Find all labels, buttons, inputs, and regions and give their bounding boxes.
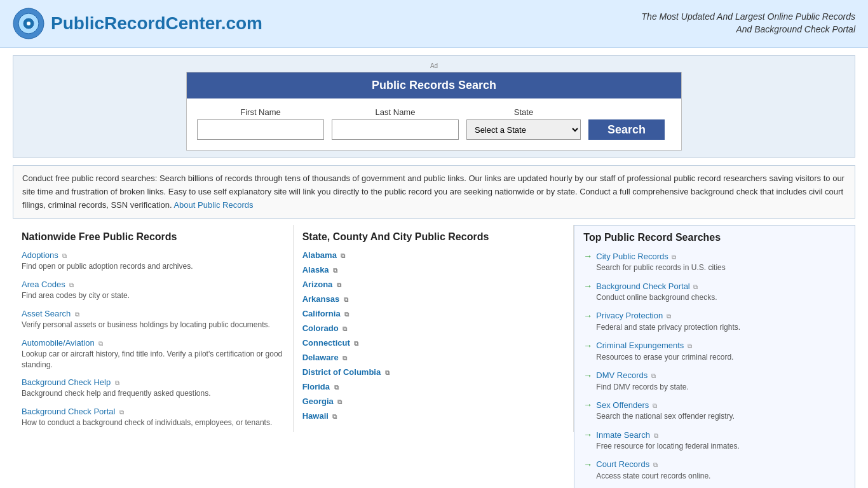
top-item-header: → City Public Records ⧉: [583, 251, 846, 261]
first-name-group: First Name: [197, 107, 324, 140]
first-name-input[interactable]: [197, 119, 324, 140]
list-item: Asset Search ⧉Verify personal assets or …: [22, 309, 284, 330]
search-box-title: Public Records Search: [187, 72, 681, 98]
external-icon: ⧉: [98, 340, 103, 347]
external-icon: ⧉: [342, 355, 347, 362]
list-item: Alaska ⧉: [302, 265, 565, 274]
state-link[interactable]: Alaska ⧉: [302, 265, 338, 274]
top-item-header: → Sex Offenders ⧉: [583, 400, 846, 410]
arrow-icon: →: [583, 400, 592, 410]
arrow-icon: →: [583, 370, 592, 381]
state-link[interactable]: Connecticut ⧉: [302, 338, 359, 348]
state-link[interactable]: District of Columbia ⧉: [302, 367, 390, 377]
description-text: Conduct free public record searches: Sea…: [22, 173, 844, 210]
list-item: Georgia ⧉: [302, 396, 565, 406]
item-desc: Conduct online background checks.: [596, 292, 846, 303]
list-item: → City Public Records ⧉ Search for publi…: [583, 251, 846, 273]
search-button[interactable]: Search: [588, 119, 665, 140]
svg-point-3: [27, 22, 31, 25]
external-icon: ⧉: [75, 311, 79, 318]
header: PublicRecordCenter.com The Most Updated …: [0, 0, 868, 48]
item-desc: How to conduct a background check of ind…: [22, 417, 284, 428]
state-group: State Select a StateAlabamaAlaskaArizona…: [466, 107, 581, 140]
arrow-icon: →: [583, 311, 592, 321]
external-icon: ⧉: [334, 384, 339, 391]
top-item-header: → Inmate Search ⧉: [583, 430, 846, 440]
state-link[interactable]: Georgia ⧉: [302, 396, 342, 406]
list-item: Delaware ⧉: [302, 353, 565, 362]
arrow-icon: →: [583, 341, 592, 351]
item-desc: Search the national sex offender registr…: [596, 411, 846, 422]
list-item: Connecticut ⧉: [302, 338, 565, 348]
external-icon: ⧉: [653, 461, 658, 468]
logo-icon: [13, 8, 44, 39]
state-link[interactable]: Hawaii ⧉: [302, 411, 337, 421]
item-desc: Access state court records online.: [596, 471, 846, 482]
state-link[interactable]: California ⧉: [302, 309, 349, 318]
list-item: Colorado ⧉: [302, 323, 565, 333]
arrow-icon: →: [583, 459, 592, 470]
arrow-icon: →: [583, 251, 592, 261]
external-icon: ⧉: [332, 413, 337, 420]
top-searches-list: → City Public Records ⧉ Search for publi…: [583, 251, 846, 488]
arrow-icon: →: [583, 281, 592, 291]
item-desc: Find DMV records by state.: [596, 382, 846, 393]
top-search-link[interactable]: Criminal Expungements ⧉: [596, 341, 692, 350]
state-link[interactable]: Florida ⧉: [302, 382, 339, 391]
state-link[interactable]: Colorado ⧉: [302, 323, 348, 333]
tagline-line2: And Background Check Portal: [736, 24, 855, 34]
nationwide-link[interactable]: Adoptions ⧉: [22, 250, 67, 260]
top-search-link[interactable]: Sex Offenders ⧉: [596, 400, 656, 410]
top-search-link[interactable]: Privacy Protection ⧉: [596, 311, 670, 320]
top-item-header: → DMV Records ⧉: [583, 370, 846, 381]
nationwide-col: Nationwide Free Public Records Adoptions…: [13, 225, 293, 442]
top-search-link[interactable]: Inmate Search ⧉: [596, 430, 658, 440]
top-search-link[interactable]: Background Check Portal ⧉: [596, 281, 698, 291]
state-select[interactable]: Select a StateAlabamaAlaskaArizonaArkans…: [466, 119, 581, 140]
states-title: State, County And City Public Records: [302, 231, 565, 243]
external-icon: ⧉: [342, 325, 347, 332]
last-name-input[interactable]: [332, 119, 459, 140]
about-public-records-link[interactable]: About Public Records: [173, 200, 253, 210]
external-icon: ⧉: [693, 283, 698, 290]
item-desc: Resources to erase your criminal record.: [596, 352, 846, 363]
state-link[interactable]: Arkansas ⧉: [302, 294, 348, 304]
nationwide-link[interactable]: Area Codes ⧉: [22, 280, 74, 289]
states-list: Alabama ⧉Alaska ⧉Arizona ⧉Arkansas ⧉Cali…: [302, 250, 565, 421]
nationwide-link[interactable]: Background Check Help ⧉: [22, 377, 119, 387]
list-item: Adoptions ⧉Find open or public adoption …: [22, 250, 284, 272]
list-item: → Inmate Search ⧉ Free resource for loca…: [583, 430, 846, 452]
tagline: The Most Updated And Largest Online Publ…: [642, 11, 855, 36]
item-desc: Verify personal assets or business holdi…: [22, 320, 284, 330]
external-icon: ⧉: [62, 252, 67, 259]
main-columns: Nationwide Free Public Records Adoptions…: [13, 225, 855, 488]
list-item: Arizona ⧉: [302, 280, 565, 289]
states-col: State, County And City Public Records Al…: [293, 225, 574, 432]
external-icon: ⧉: [337, 281, 341, 288]
top-searches-col: Top Public Record Searches → City Public…: [574, 225, 855, 488]
logo-area: PublicRecordCenter.com: [13, 8, 262, 39]
external-icon: ⧉: [667, 313, 671, 320]
list-item: Background Check Portal ⧉How to conduct …: [22, 407, 284, 428]
top-item-header: → Criminal Expungements ⧉: [583, 341, 846, 351]
state-link[interactable]: Alabama ⧉: [302, 250, 346, 260]
top-search-link[interactable]: DMV Records ⧉: [596, 370, 656, 380]
top-item-header: → Court Records ⧉: [583, 459, 846, 470]
nationwide-link[interactable]: Asset Search ⧉: [22, 309, 79, 318]
external-icon: ⧉: [654, 432, 658, 439]
list-item: → Privacy Protection ⧉ Federal and state…: [583, 311, 846, 333]
list-item: → Sex Offenders ⧉ Search the national se…: [583, 400, 846, 422]
nationwide-list: Adoptions ⧉Find open or public adoption …: [22, 250, 284, 428]
state-link[interactable]: Arizona ⧉: [302, 280, 341, 289]
state-link[interactable]: Delaware ⧉: [302, 353, 348, 362]
item-desc: Free resource for locating federal inmat…: [596, 441, 846, 452]
nationwide-link[interactable]: Automobile/Aviation ⧉: [22, 338, 103, 348]
list-item: Alabama ⧉: [302, 250, 565, 260]
external-icon: ⧉: [115, 379, 119, 386]
external-icon: ⧉: [354, 340, 358, 347]
top-search-link[interactable]: City Public Records ⧉: [596, 252, 676, 261]
logo-text: PublicRecordCenter.com: [51, 13, 262, 34]
external-icon: ⧉: [688, 342, 692, 349]
top-search-link[interactable]: Court Records ⧉: [596, 459, 657, 469]
nationwide-link[interactable]: Background Check Portal ⧉: [22, 407, 124, 416]
